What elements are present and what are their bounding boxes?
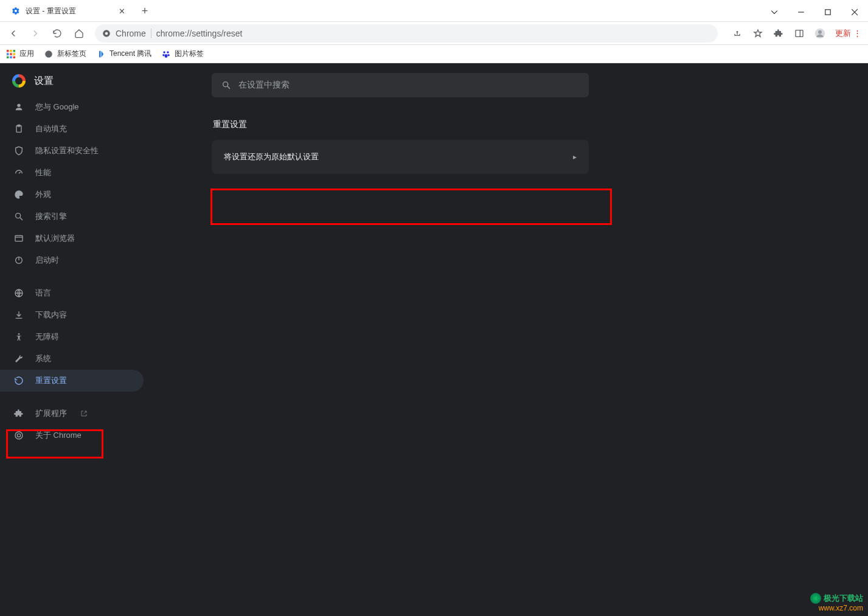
bookmark-apps[interactable]: 应用 [6, 49, 34, 59]
home-button[interactable] [69, 24, 89, 43]
svg-rect-14 [7, 56, 9, 58]
download-icon [13, 310, 24, 320]
chrome-icon [102, 29, 111, 38]
sidebar-item-label: 您与 Google [35, 102, 79, 112]
sidebar-item-privacy[interactable]: 隐私设置和安全性 [0, 140, 144, 162]
sidebar-item-label: 默认浏览器 [35, 233, 75, 244]
sidebar-item-label: 语言 [35, 288, 51, 299]
bookmark-tencent[interactable]: Tencent 腾讯 [96, 49, 151, 59]
profile-avatar-icon[interactable] [810, 24, 830, 43]
sidebar-item-label: 搜索引擎 [35, 211, 67, 222]
sidebar-item-label: 扩展程序 [35, 408, 67, 419]
svg-rect-1 [825, 10, 830, 15]
svg-point-36 [17, 434, 20, 437]
svg-rect-4 [796, 30, 803, 36]
sidebar-item-you-and-google[interactable]: 您与 Google [0, 96, 144, 118]
svg-rect-15 [10, 56, 12, 58]
svg-rect-11 [7, 53, 9, 55]
svg-point-7 [818, 30, 822, 33]
clipboard-icon [13, 123, 24, 134]
new-tab-button[interactable]: + [136, 2, 153, 19]
svg-point-22 [165, 54, 168, 58]
sidebar-item-autofill[interactable]: 自动填充 [0, 118, 144, 140]
settings-search-input[interactable]: 在设置中搜索 [212, 73, 589, 97]
settings-title: 设置 [34, 75, 54, 88]
sidebar-item-extensions[interactable]: 扩展程序 [0, 403, 144, 424]
settings-page: 设置 您与 Google 自动填充 隐私设置和安全性 性能 外观 搜索引擎 [0, 63, 868, 616]
close-tab-icon[interactable]: ✕ [117, 6, 127, 16]
sidebar-item-appearance[interactable]: 外观 [0, 184, 144, 206]
gear-icon [11, 6, 21, 16]
svg-line-28 [20, 218, 23, 220]
search-icon [221, 80, 231, 90]
sidebar-item-label: 隐私设置和安全性 [35, 145, 99, 156]
sidebar-item-performance[interactable]: 性能 [0, 162, 144, 184]
sidebar-item-about-chrome[interactable]: 关于 Chrome [0, 424, 144, 446]
svg-line-38 [227, 86, 230, 89]
share-icon[interactable] [727, 24, 747, 43]
svg-rect-8 [7, 50, 9, 52]
chevron-right-icon: ▸ [573, 153, 577, 161]
sidebar-item-label: 系统 [35, 353, 51, 364]
svg-rect-16 [13, 56, 16, 58]
watermark-line2: www.xz7.com [810, 604, 863, 612]
svg-rect-13 [13, 53, 16, 55]
sidebar-item-default-browser[interactable]: 默认浏览器 [0, 227, 144, 249]
watermark-line1: 极光下载站 [824, 594, 863, 603]
bookmark-label: 新标签页 [57, 49, 86, 59]
sidepanel-icon[interactable] [790, 24, 809, 43]
omnibox-url: chrome://settings/reset [156, 29, 243, 38]
sidebar-item-search-engine[interactable]: 搜索引擎 [0, 206, 144, 227]
sidebar-item-downloads[interactable]: 下载内容 [0, 304, 144, 326]
browser-tab[interactable]: 设置 - 重置设置 ✕ [5, 1, 133, 21]
browser-window-icon [13, 233, 24, 244]
row-label: 将设置还原为原始默认设置 [224, 151, 319, 162]
bookmark-images[interactable]: 图片标签 [161, 49, 204, 59]
update-button[interactable]: 更新⋮ [831, 25, 864, 42]
sidebar-item-system[interactable]: 系统 [0, 348, 144, 370]
search-icon [13, 211, 24, 222]
sidebar-item-label: 重置设置 [35, 375, 67, 386]
svg-rect-9 [10, 50, 12, 52]
person-icon [13, 102, 24, 112]
window-maximize-button[interactable] [814, 3, 841, 21]
svg-point-37 [223, 82, 228, 87]
reload-button[interactable] [47, 24, 67, 43]
omnibox-separator [151, 29, 151, 38]
svg-point-34 [18, 333, 20, 335]
sidebar-item-label: 启动时 [35, 255, 59, 266]
sidebar-item-on-startup[interactable]: 启动时 [0, 249, 144, 271]
window-dropdown-icon[interactable] [761, 3, 788, 21]
svg-point-3 [105, 32, 108, 35]
window-close-button[interactable] [841, 3, 868, 21]
globe-icon [13, 288, 24, 299]
chrome-outline-icon [13, 430, 24, 441]
chrome-logo-icon [12, 74, 26, 88]
shield-icon [13, 145, 24, 156]
back-button[interactable] [4, 24, 23, 43]
baidu-paw-icon [161, 49, 171, 59]
bookmark-newtab[interactable]: 新标签页 [44, 49, 86, 59]
svg-point-21 [168, 54, 170, 57]
sidebar-item-accessibility[interactable]: 无障碍 [0, 326, 144, 348]
forward-button[interactable] [26, 24, 45, 43]
window-minimize-button[interactable] [788, 3, 814, 21]
sidebar-item-reset[interactable]: 重置设置 [0, 370, 144, 392]
watermark-logo-icon [810, 593, 821, 604]
bookmark-star-icon[interactable] [748, 24, 768, 43]
extensions-icon[interactable] [769, 24, 788, 43]
window-controls [761, 3, 868, 21]
open-external-icon [80, 410, 88, 417]
wrench-icon [13, 353, 24, 364]
restore-defaults-row[interactable]: 将设置还原为原始默认设置 ▸ [212, 140, 589, 174]
sidebar-item-label: 关于 Chrome [35, 430, 82, 441]
svg-point-23 [17, 104, 20, 107]
sidebar-item-label: 无障碍 [35, 331, 59, 342]
sidebar-item-label: 外观 [35, 189, 51, 200]
sidebar-item-languages[interactable]: 语言 [0, 282, 144, 304]
svg-point-20 [163, 54, 165, 57]
sidebar-item-label: 性能 [35, 167, 51, 178]
sidebar-item-label: 下载内容 [35, 310, 67, 320]
bookmarks-bar: 应用 新标签页 Tencent 腾讯 图片标签 [0, 45, 868, 63]
address-bar[interactable]: Chrome chrome://settings/reset [95, 24, 718, 43]
